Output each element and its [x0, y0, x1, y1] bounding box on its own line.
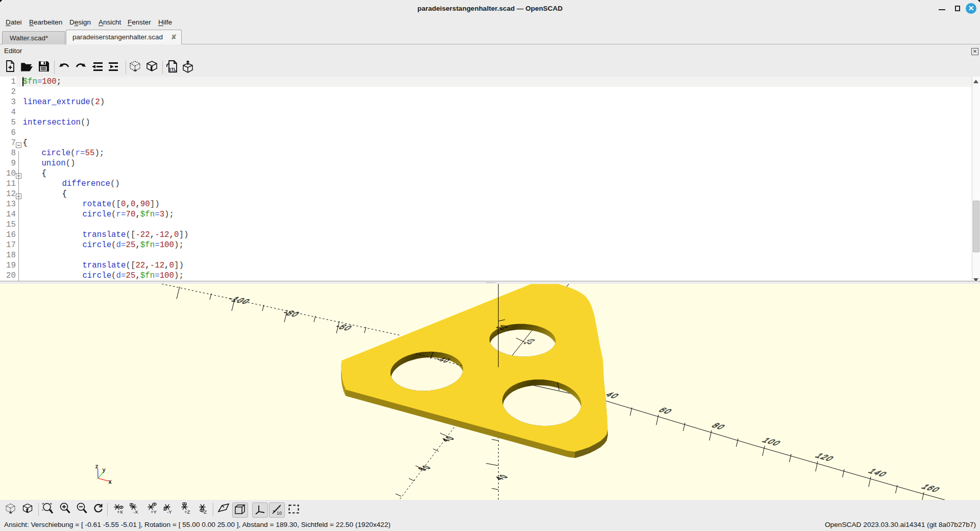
svg-text:x: x	[109, 478, 112, 485]
svg-text:-Y: -Y	[167, 509, 172, 515]
svg-text:y: y	[103, 467, 106, 473]
svg-text:STL: STL	[168, 67, 177, 72]
svg-text:»: »	[134, 67, 137, 73]
svg-text:+X: +X	[117, 509, 124, 515]
svg-text:»: »	[9, 510, 12, 515]
svg-text:10: 10	[277, 511, 282, 516]
svg-text:+Z: +Z	[184, 509, 190, 515]
svg-text:z: z	[95, 463, 98, 469]
svg-text:-X: -X	[133, 509, 138, 515]
svg-text:-Z: -Z	[202, 509, 207, 515]
svg-text:+Y: +Y	[151, 509, 157, 515]
